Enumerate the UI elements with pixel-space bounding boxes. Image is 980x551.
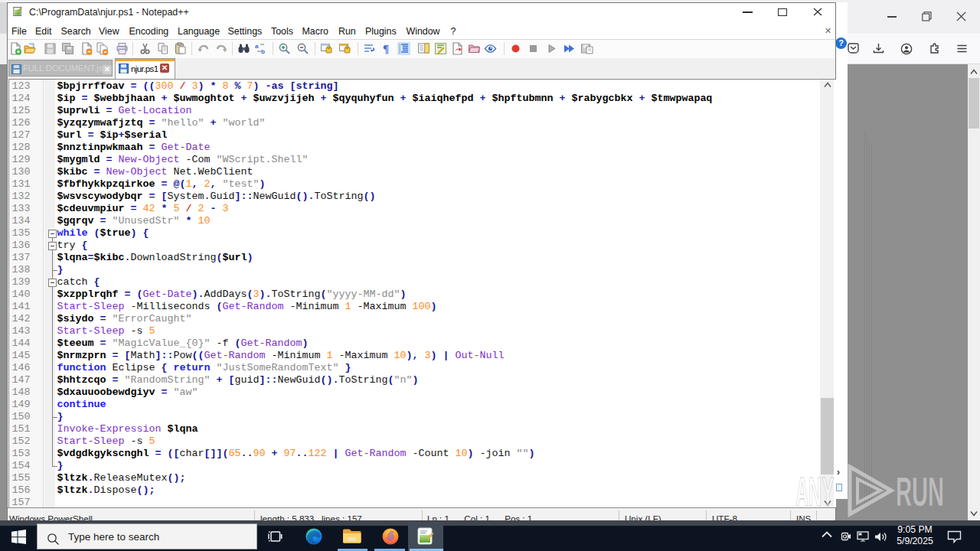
svg-text:a: a: [255, 43, 259, 50]
svg-text:¶: ¶: [383, 43, 389, 55]
svg-text:b: b: [261, 48, 265, 55]
